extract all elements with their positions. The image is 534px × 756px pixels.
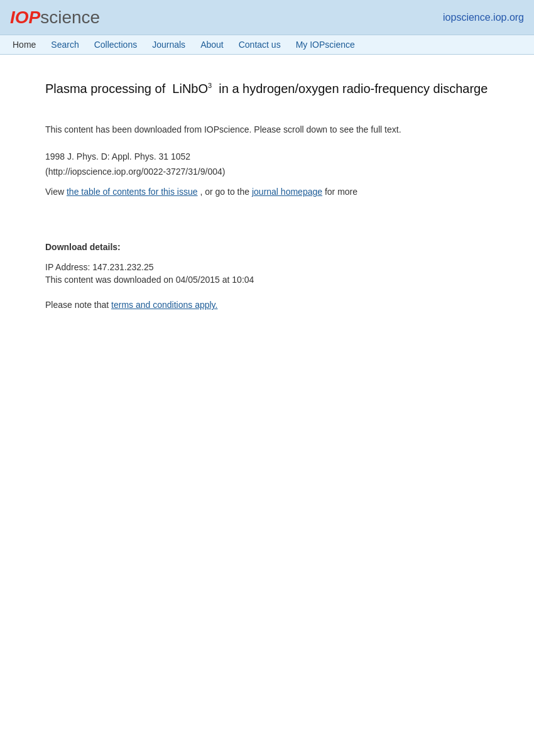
formula-container: LiNbO3 <box>169 80 215 97</box>
ip-address-line: IP Address: 147.231.232.25 <box>45 262 489 272</box>
title-suffix: in a hydrogen/oxygen radio-frequency dis… <box>219 82 488 96</box>
terms-line: Please note that terms and conditions ap… <box>45 300 489 310</box>
nav-journals[interactable]: Journals <box>144 35 193 55</box>
nav-about[interactable]: About <box>193 35 231 55</box>
view-middle: , or go to the <box>200 187 249 197</box>
ip-label: IP Address: <box>45 262 90 272</box>
view-prefix: View <box>45 187 64 197</box>
main-content: Plasma processing of LiNbO3 in a hydroge… <box>0 55 534 335</box>
nav-collections[interactable]: Collections <box>87 35 144 55</box>
url-line: (http://iopscience.iop.org/0022-3727/31/… <box>45 167 489 177</box>
nav-search[interactable]: Search <box>43 35 86 55</box>
logo[interactable]: IOPscience <box>10 8 100 28</box>
formula-base: LiNbO <box>172 82 208 96</box>
citation-line: 1998 J. Phys. D: Appl. Phys. 31 1052 <box>45 151 489 162</box>
downloaded-date-line: This content was downloaded on 04/05/201… <box>45 275 489 285</box>
nav-contact[interactable]: Contact us <box>231 35 288 55</box>
ip-address-value: 147.231.232.25 <box>92 262 153 272</box>
download-details-heading: Download details: <box>45 242 489 252</box>
nav-home[interactable]: Home <box>5 35 43 55</box>
nav-myiop[interactable]: My IOPscience <box>288 35 362 55</box>
logo-iop: IOP <box>10 8 40 28</box>
journal-homepage-link[interactable]: journal homepage <box>252 187 322 197</box>
logo-science: science <box>40 8 100 28</box>
download-details: Download details: IP Address: 147.231.23… <box>45 242 489 285</box>
view-suffix: for more <box>325 187 357 197</box>
terms-link[interactable]: terms and conditions apply. <box>111 300 217 310</box>
page-header: IOPscience iopscience.iop.org <box>0 0 534 35</box>
article-title: Plasma processing of LiNbO3 in a hydroge… <box>45 80 489 97</box>
terms-prefix: Please note that <box>45 300 109 310</box>
title-prefix: Plasma processing of <box>45 82 165 96</box>
table-of-contents-link[interactable]: the table of contents for this issue <box>67 187 198 197</box>
navbar: Home Search Collections Journals About C… <box>0 35 534 55</box>
formula-superscript: 3 <box>208 82 212 89</box>
download-notice: This content has been downloaded from IO… <box>45 123 489 136</box>
site-url-link[interactable]: iopscience.iop.org <box>443 12 524 23</box>
view-line: View the table of contents for this issu… <box>45 187 489 197</box>
